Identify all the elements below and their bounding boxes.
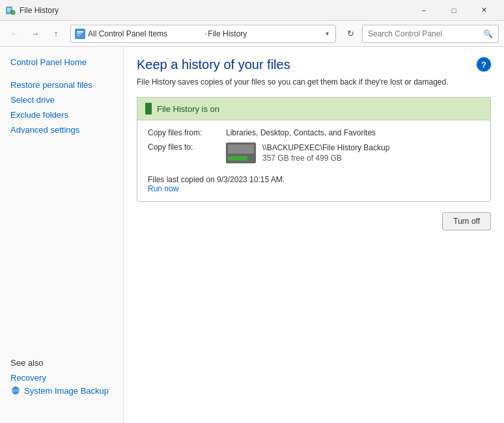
sidebar-home[interactable]: Control Panel Home xyxy=(0,55,123,70)
drive-space: 357 GB free of 499 GB xyxy=(262,154,389,163)
svg-rect-6 xyxy=(77,33,81,34)
copy-to-label: Copy files to: xyxy=(148,143,226,152)
svg-rect-1 xyxy=(7,8,11,10)
address-all-control-panel[interactable]: All Control Panel Items xyxy=(88,29,203,38)
drive-display xyxy=(228,144,254,154)
svg-rect-2 xyxy=(7,10,10,12)
main-layout: Control Panel Home Restore personal file… xyxy=(0,47,504,423)
sidebar-links: Restore personal files Select drive Excl… xyxy=(0,77,123,137)
sidebar: Control Panel Home Restore personal file… xyxy=(0,47,124,423)
drive-section: \\BACKUPEXEC\File History Backup 357 GB … xyxy=(226,143,389,170)
window-controls: − □ ✕ xyxy=(409,0,499,21)
run-now-link[interactable]: Run now xyxy=(148,184,178,193)
forward-button[interactable]: → xyxy=(26,25,44,43)
refresh-button[interactable]: ↻ xyxy=(341,25,359,43)
navbar: ← → ↑ All Control Panel Items › File His… xyxy=(0,21,504,47)
sidebar-item-select-drive[interactable]: Select drive xyxy=(0,92,123,107)
back-button[interactable]: ← xyxy=(5,25,23,43)
status-indicator xyxy=(145,103,152,115)
content-description: File History saves copies of your files … xyxy=(137,77,491,87)
turn-off-section: Turn off xyxy=(137,212,491,230)
address-bar[interactable]: All Control Panel Items › File History ▾ xyxy=(70,25,336,43)
help-button[interactable]: ? xyxy=(477,57,491,72)
up-button[interactable]: ↑ xyxy=(47,25,65,43)
minimize-button[interactable]: − xyxy=(409,0,439,21)
status-box: File History is on Copy files from: Libr… xyxy=(137,97,491,202)
copy-from-label: Copy files from: xyxy=(148,128,226,137)
drive-name: \\BACKUPEXEC\File History Backup xyxy=(262,143,389,152)
app-icon xyxy=(5,5,16,16)
see-also-title: See also xyxy=(10,358,109,368)
drive-text: \\BACKUPEXEC\File History Backup 357 GB … xyxy=(262,143,389,163)
copy-from-row: Copy files from: Libraries, Desktop, Con… xyxy=(148,128,480,137)
close-button[interactable]: ✕ xyxy=(469,0,499,21)
control-panel-home-link[interactable]: Control Panel Home xyxy=(10,57,87,67)
window-title: File History xyxy=(20,6,409,15)
content-area: Keep a history of your files ? File Hist… xyxy=(124,47,504,423)
maximize-button[interactable]: □ xyxy=(439,0,469,21)
status-text: File History is on xyxy=(157,104,219,114)
drive-green-bar xyxy=(228,156,247,161)
search-input[interactable] xyxy=(368,29,483,38)
address-icon xyxy=(75,29,85,39)
titlebar: File History − □ ✕ xyxy=(0,0,504,21)
sidebar-item-restore-personal[interactable]: Restore personal files xyxy=(0,77,123,92)
copy-to-row: Copy files to: \\BACKUPEXEC\File History… xyxy=(148,143,480,170)
address-file-history[interactable]: File History xyxy=(208,29,323,38)
last-copied-text: Files last copied on 9/3/2023 10:15 AM. xyxy=(148,175,285,184)
drive-info-section: \\BACKUPEXEC\File History Backup 357 GB … xyxy=(226,143,389,163)
content-header: Keep a history of your files ? xyxy=(137,57,491,72)
status-body: Copy files from: Libraries, Desktop, Con… xyxy=(137,120,490,201)
system-image-backup-link[interactable]: System Image Backup xyxy=(10,384,109,397)
page-title: Keep a history of your files xyxy=(137,57,290,72)
svg-rect-7 xyxy=(77,35,80,36)
svg-rect-5 xyxy=(77,31,83,33)
status-header: File History is on xyxy=(137,98,490,120)
sidebar-item-exclude-folders[interactable]: Exclude folders ← xyxy=(0,107,123,122)
drive-icon xyxy=(226,143,256,163)
address-dropdown-icon[interactable]: ▾ xyxy=(323,30,331,37)
see-also-section: See also Recovery System Image Backup xyxy=(0,358,109,397)
system-image-icon xyxy=(10,385,21,396)
turn-off-button[interactable]: Turn off xyxy=(442,212,491,230)
copy-from-value: Libraries, Desktop, Contacts, and Favori… xyxy=(226,128,376,137)
svg-point-3 xyxy=(11,10,16,14)
search-bar[interactable]: 🔍 xyxy=(362,25,499,43)
sidebar-item-advanced-settings[interactable]: Advanced settings xyxy=(0,122,123,137)
last-copied-section: Files last copied on 9/3/2023 10:15 AM. … xyxy=(148,175,480,193)
recovery-link[interactable]: Recovery xyxy=(10,372,109,384)
search-icon: 🔍 xyxy=(483,29,493,38)
